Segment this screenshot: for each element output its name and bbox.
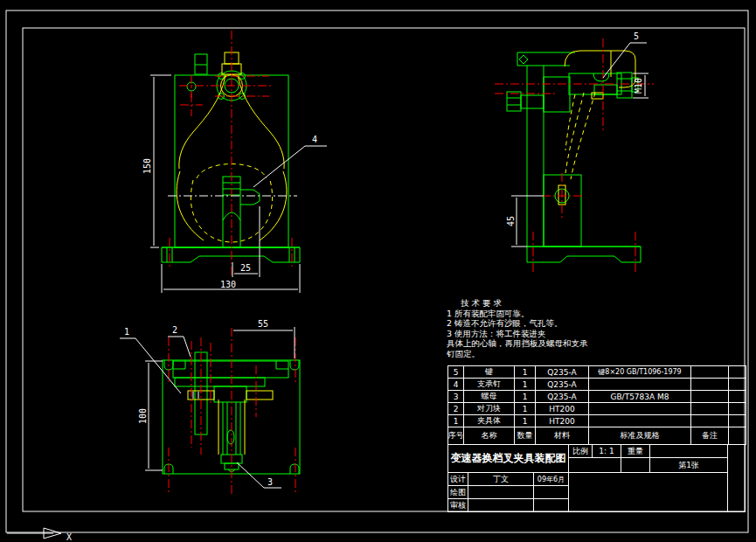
front-view: 150 25 130 4 <box>142 31 327 293</box>
ucs-axis: X <box>7 528 72 542</box>
weight-extra-cell <box>621 457 650 473</box>
design-date: 09年6月 <box>533 472 569 486</box>
parts-cell: 1 <box>515 391 536 403</box>
leader-2-label: 2 <box>172 325 177 335</box>
sheet-number: 第1张 <box>649 457 728 473</box>
designer-name: 丁文 <box>468 472 534 486</box>
parts-cell <box>589 403 691 415</box>
draft-label: 绘图 <box>447 485 468 499</box>
weight-value <box>649 444 728 458</box>
parts-cell <box>729 391 746 403</box>
scale-label: 比例 <box>568 444 593 458</box>
leader-1-label: 1 <box>124 327 129 337</box>
tech-req-line: 3 使用方法：将工件装进夹 <box>447 329 726 339</box>
parts-cell: 2 <box>448 403 464 415</box>
parts-header-cell: 备注 <box>691 427 729 445</box>
tech-req-line: 1 所有装配牢固可靠。 <box>447 309 726 319</box>
parts-header-cell: 标准及规格 <box>589 427 691 445</box>
dim-front-width: 130 <box>220 280 236 289</box>
parts-cell: HT200 <box>536 415 589 427</box>
parts-cell: 1 <box>448 415 464 427</box>
title-block: 变速器换档叉夹具装配图 比例 1: 1 重量 第1张 设计 丁文 09年6月 绘… <box>447 444 746 512</box>
company-cell <box>568 472 728 512</box>
draft-date <box>533 485 569 499</box>
parts-cell <box>691 379 729 391</box>
parts-cell: 5 <box>448 366 464 379</box>
tech-req-line: 2 铸造不允许有沙眼，气孔等。 <box>447 318 726 329</box>
parts-cell: 支承钉 <box>464 379 515 391</box>
parts-cell: 对刀块 <box>464 403 515 415</box>
tech-req-line: 钉固定。 <box>447 349 726 359</box>
parts-cell: 1 <box>515 379 536 391</box>
parts-cell <box>691 415 729 427</box>
audit-name <box>468 498 534 512</box>
parts-cell: 键 <box>464 366 515 379</box>
parts-cell <box>729 403 746 415</box>
dim-plan-width: 55 <box>258 319 268 329</box>
parts-cell <box>729 379 746 391</box>
dim-front-slot: 25 <box>240 263 251 273</box>
weight-label: 重量 <box>621 444 650 458</box>
dim-side-thread: M10 <box>634 78 643 94</box>
dim-front-height: 150 <box>142 158 152 174</box>
parts-cell: 4 <box>448 379 464 391</box>
parts-cell: Q235-A <box>536 366 589 379</box>
dim-plan-height: 100 <box>138 408 148 424</box>
draft-name <box>468 485 534 499</box>
parts-cell: 键8×20 GB/T1096-1979 <box>589 366 691 379</box>
audit-date <box>533 498 569 512</box>
parts-cell <box>691 391 729 403</box>
design-label: 设计 <box>447 472 468 486</box>
parts-cell <box>691 403 729 415</box>
leader-4-label: 4 <box>312 135 317 144</box>
parts-cell: HT200 <box>536 403 589 415</box>
plan-view: 55 100 1 2 3 <box>120 319 300 494</box>
technical-requirements: 技 术 要 求 1 所有装配牢固可靠。 2 铸造不允许有沙眼，气孔等。 3 使用… <box>447 298 726 358</box>
parts-cell <box>691 366 729 379</box>
parts-cell: 螺母 <box>464 391 515 403</box>
axis-x-label: X <box>66 532 72 542</box>
parts-header-cell: 材料 <box>536 427 589 445</box>
parts-cell <box>589 379 691 391</box>
parts-cell: 1 <box>515 366 536 379</box>
parts-list-table: 5键1Q235-A键8×20 GB/T1096-1979 4支承钉1Q235-A… <box>447 365 746 446</box>
parts-header-cell: 名称 <box>464 427 515 445</box>
parts-cell: Q235-A <box>536 391 589 403</box>
leader-3-label: 3 <box>267 477 273 487</box>
parts-cell <box>589 415 691 427</box>
dim-side-height: 45 <box>506 216 516 226</box>
leader-5-label: 5 <box>634 31 639 41</box>
scale-value: 1: 1 <box>592 444 621 458</box>
side-view: 45 M10 5 <box>495 31 654 273</box>
technical-requirements-title: 技 术 要 求 <box>447 298 726 309</box>
parts-cell: 3 <box>448 391 464 403</box>
edge-column <box>727 444 746 512</box>
parts-cell: 1 <box>515 415 536 427</box>
parts-cell: Q235-A <box>536 379 589 391</box>
parts-header-cell <box>729 427 746 445</box>
parts-cell: 夹具体 <box>464 415 515 427</box>
cad-drawing-sheet: X <box>0 0 756 542</box>
tech-req-line: 具体上的心轴，再用挡板及螺母和支承 <box>447 338 726 349</box>
audit-label: 审核 <box>447 498 468 512</box>
drawing-title: 变速器换档叉夹具装配图 <box>447 444 569 473</box>
parts-header-cell: 序号 <box>448 427 464 445</box>
parts-cell <box>729 415 746 427</box>
parts-cell: GB/T5783A M8 <box>589 391 691 403</box>
front-view-centerlines <box>170 31 292 275</box>
parts-cell: 1 <box>515 403 536 415</box>
scale-extra-cell <box>568 457 621 473</box>
parts-header-cell: 数量 <box>515 427 536 445</box>
parts-cell <box>729 366 746 379</box>
